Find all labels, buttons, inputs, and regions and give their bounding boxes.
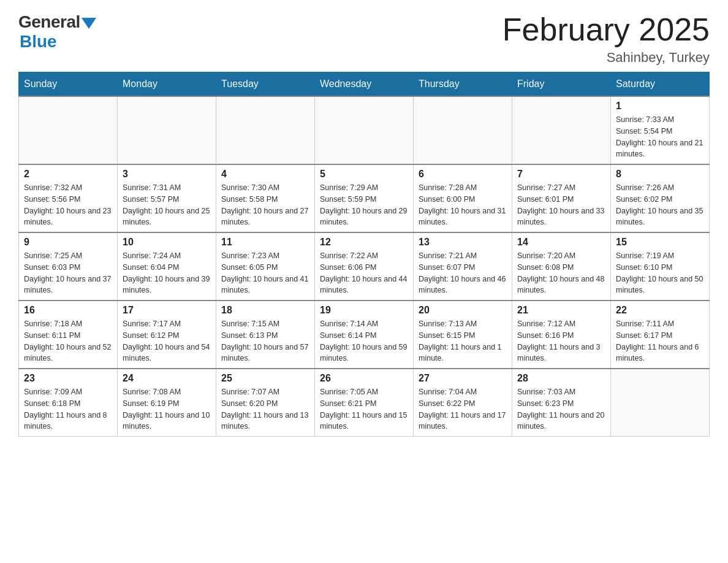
col-wednesday: Wednesday	[315, 72, 414, 97]
table-row: 15Sunrise: 7:19 AMSunset: 6:10 PMDayligh…	[611, 232, 710, 301]
day-info: Sunrise: 7:17 AMSunset: 6:12 PMDaylight:…	[123, 318, 211, 364]
table-row: 14Sunrise: 7:20 AMSunset: 6:08 PMDayligh…	[512, 232, 611, 301]
day-info: Sunrise: 7:22 AMSunset: 6:06 PMDaylight:…	[320, 250, 408, 296]
day-number: 26	[320, 373, 408, 384]
table-row: 28Sunrise: 7:03 AMSunset: 6:23 PMDayligh…	[512, 369, 611, 437]
day-info: Sunrise: 7:08 AMSunset: 6:19 PMDaylight:…	[123, 386, 211, 432]
col-friday: Friday	[512, 72, 611, 97]
day-number: 14	[517, 237, 605, 248]
table-row: 12Sunrise: 7:22 AMSunset: 6:06 PMDayligh…	[315, 232, 414, 301]
day-number: 25	[221, 373, 309, 384]
table-row	[118, 96, 216, 164]
day-number: 15	[616, 237, 704, 248]
table-row: 3Sunrise: 7:31 AMSunset: 5:57 PMDaylight…	[118, 164, 216, 232]
day-number: 6	[419, 169, 507, 180]
day-number: 1	[616, 101, 704, 112]
table-row	[414, 96, 512, 164]
logo: General Blue	[18, 12, 96, 52]
logo-general-text: General	[18, 12, 80, 32]
calendar-week-row: 23Sunrise: 7:09 AMSunset: 6:18 PMDayligh…	[19, 369, 710, 437]
table-row	[315, 96, 414, 164]
day-number: 27	[419, 373, 507, 384]
table-row	[512, 96, 611, 164]
calendar-week-row: 1Sunrise: 7:33 AMSunset: 5:54 PMDaylight…	[19, 96, 710, 164]
day-info: Sunrise: 7:25 AMSunset: 6:03 PMDaylight:…	[24, 250, 112, 296]
day-info: Sunrise: 7:30 AMSunset: 5:58 PMDaylight:…	[221, 182, 309, 228]
day-info: Sunrise: 7:18 AMSunset: 6:11 PMDaylight:…	[24, 318, 112, 364]
col-sunday: Sunday	[19, 72, 118, 97]
day-number: 20	[419, 305, 507, 316]
table-row: 25Sunrise: 7:07 AMSunset: 6:20 PMDayligh…	[216, 369, 315, 437]
day-info: Sunrise: 7:32 AMSunset: 5:56 PMDaylight:…	[24, 182, 112, 228]
page-header: General Blue February 2025 Sahinbey, Tur…	[18, 12, 710, 66]
table-row: 13Sunrise: 7:21 AMSunset: 6:07 PMDayligh…	[414, 232, 512, 301]
table-row: 2Sunrise: 7:32 AMSunset: 5:56 PMDaylight…	[19, 164, 118, 232]
table-row: 5Sunrise: 7:29 AMSunset: 5:59 PMDaylight…	[315, 164, 414, 232]
day-number: 11	[221, 237, 309, 248]
day-number: 12	[320, 237, 408, 248]
table-row	[216, 96, 315, 164]
table-row: 11Sunrise: 7:23 AMSunset: 6:05 PMDayligh…	[216, 232, 315, 301]
day-number: 23	[24, 373, 112, 384]
day-info: Sunrise: 7:24 AMSunset: 6:04 PMDaylight:…	[123, 250, 211, 296]
day-number: 16	[24, 305, 112, 316]
table-row: 17Sunrise: 7:17 AMSunset: 6:12 PMDayligh…	[118, 301, 216, 369]
calendar-week-row: 16Sunrise: 7:18 AMSunset: 6:11 PMDayligh…	[19, 301, 710, 369]
day-info: Sunrise: 7:20 AMSunset: 6:08 PMDaylight:…	[517, 250, 605, 296]
table-row: 23Sunrise: 7:09 AMSunset: 6:18 PMDayligh…	[19, 369, 118, 437]
day-info: Sunrise: 7:03 AMSunset: 6:23 PMDaylight:…	[517, 386, 605, 432]
day-number: 3	[123, 169, 211, 180]
table-row: 27Sunrise: 7:04 AMSunset: 6:22 PMDayligh…	[414, 369, 512, 437]
day-info: Sunrise: 7:09 AMSunset: 6:18 PMDaylight:…	[24, 386, 112, 432]
table-row: 19Sunrise: 7:14 AMSunset: 6:14 PMDayligh…	[315, 301, 414, 369]
table-row: 9Sunrise: 7:25 AMSunset: 6:03 PMDaylight…	[19, 232, 118, 301]
day-info: Sunrise: 7:14 AMSunset: 6:14 PMDaylight:…	[320, 318, 408, 364]
calendar-week-row: 9Sunrise: 7:25 AMSunset: 6:03 PMDaylight…	[19, 232, 710, 301]
day-info: Sunrise: 7:21 AMSunset: 6:07 PMDaylight:…	[419, 250, 507, 296]
calendar-table: Sunday Monday Tuesday Wednesday Thursday…	[18, 72, 710, 437]
day-number: 8	[616, 169, 704, 180]
day-number: 19	[320, 305, 408, 316]
day-info: Sunrise: 7:07 AMSunset: 6:20 PMDaylight:…	[221, 386, 309, 432]
location-label: Sahinbey, Turkey	[502, 50, 710, 66]
table-row: 7Sunrise: 7:27 AMSunset: 6:01 PMDaylight…	[512, 164, 611, 232]
day-info: Sunrise: 7:28 AMSunset: 6:00 PMDaylight:…	[419, 182, 507, 228]
title-block: February 2025 Sahinbey, Turkey	[502, 12, 710, 66]
day-number: 24	[123, 373, 211, 384]
table-row: 6Sunrise: 7:28 AMSunset: 6:00 PMDaylight…	[414, 164, 512, 232]
day-number: 22	[616, 305, 704, 316]
day-info: Sunrise: 7:27 AMSunset: 6:01 PMDaylight:…	[517, 182, 605, 228]
table-row: 4Sunrise: 7:30 AMSunset: 5:58 PMDaylight…	[216, 164, 315, 232]
table-row	[19, 96, 118, 164]
day-info: Sunrise: 7:33 AMSunset: 5:54 PMDaylight:…	[616, 114, 704, 160]
table-row: 22Sunrise: 7:11 AMSunset: 6:17 PMDayligh…	[611, 301, 710, 369]
day-info: Sunrise: 7:26 AMSunset: 6:02 PMDaylight:…	[616, 182, 704, 228]
day-number: 7	[517, 169, 605, 180]
day-info: Sunrise: 7:31 AMSunset: 5:57 PMDaylight:…	[123, 182, 211, 228]
day-info: Sunrise: 7:13 AMSunset: 6:15 PMDaylight:…	[419, 318, 507, 364]
day-number: 28	[517, 373, 605, 384]
day-number: 13	[419, 237, 507, 248]
day-info: Sunrise: 7:11 AMSunset: 6:17 PMDaylight:…	[616, 318, 704, 364]
table-row: 21Sunrise: 7:12 AMSunset: 6:16 PMDayligh…	[512, 301, 611, 369]
table-row: 20Sunrise: 7:13 AMSunset: 6:15 PMDayligh…	[414, 301, 512, 369]
day-number: 4	[221, 169, 309, 180]
col-tuesday: Tuesday	[216, 72, 315, 97]
day-info: Sunrise: 7:29 AMSunset: 5:59 PMDaylight:…	[320, 182, 408, 228]
day-number: 5	[320, 169, 408, 180]
day-number: 18	[221, 305, 309, 316]
table-row: 1Sunrise: 7:33 AMSunset: 5:54 PMDaylight…	[611, 96, 710, 164]
day-number: 21	[517, 305, 605, 316]
day-number: 17	[123, 305, 211, 316]
calendar-header-row: Sunday Monday Tuesday Wednesday Thursday…	[19, 72, 710, 97]
table-row: 26Sunrise: 7:05 AMSunset: 6:21 PMDayligh…	[315, 369, 414, 437]
table-row: 16Sunrise: 7:18 AMSunset: 6:11 PMDayligh…	[19, 301, 118, 369]
day-number: 9	[24, 237, 112, 248]
table-row	[611, 369, 710, 437]
calendar-week-row: 2Sunrise: 7:32 AMSunset: 5:56 PMDaylight…	[19, 164, 710, 232]
logo-blue-text: Blue	[20, 32, 57, 52]
day-info: Sunrise: 7:04 AMSunset: 6:22 PMDaylight:…	[419, 386, 507, 432]
day-info: Sunrise: 7:15 AMSunset: 6:13 PMDaylight:…	[221, 318, 309, 364]
table-row: 18Sunrise: 7:15 AMSunset: 6:13 PMDayligh…	[216, 301, 315, 369]
col-thursday: Thursday	[414, 72, 512, 97]
